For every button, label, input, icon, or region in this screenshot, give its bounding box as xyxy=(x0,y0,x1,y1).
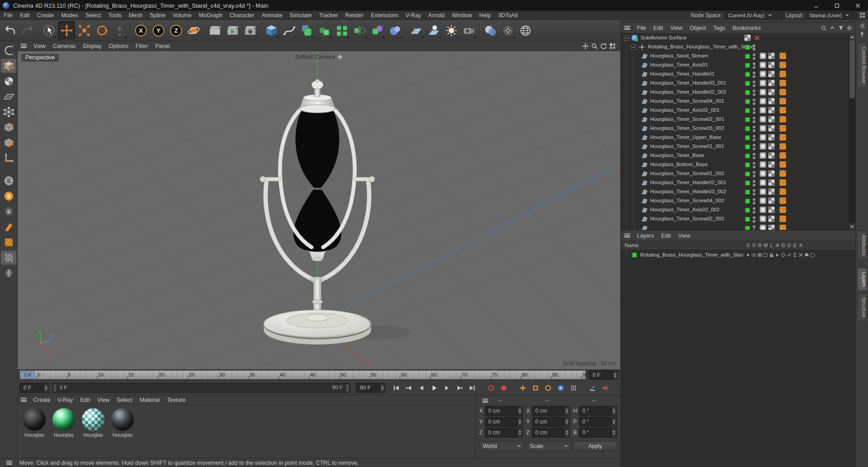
camera-label[interactable]: Default Camera xyxy=(295,54,343,60)
selection-tag-icon[interactable] xyxy=(779,224,786,230)
phong-tag-icon[interactable] xyxy=(760,197,766,204)
uvw-tag-icon[interactable] xyxy=(768,52,775,59)
scrollbar-thumb[interactable] xyxy=(849,40,855,98)
dock-tab-attributes[interactable]: Attributes xyxy=(857,231,867,260)
spinner-arrows[interactable] xyxy=(517,406,523,415)
layer-enabled-toggle[interactable] xyxy=(745,208,750,213)
render-view-button[interactable] xyxy=(206,21,223,39)
layer-toggle-l[interactable] xyxy=(769,252,774,258)
dock-tab-structure[interactable]: Structure xyxy=(857,293,867,322)
layer-enabled-toggle[interactable] xyxy=(745,108,750,113)
layer-row[interactable]: Rotating_Brass_Hourglass_Timer_with_Stan… xyxy=(621,250,855,259)
phong-tag-icon[interactable] xyxy=(760,71,766,77)
layer-manager-menu-view[interactable]: View xyxy=(675,231,694,240)
recent-tool-button[interactable] xyxy=(111,21,128,39)
spinner-arrows[interactable] xyxy=(43,383,49,392)
layer-manager-menu-layers[interactable]: Layers xyxy=(633,231,658,240)
layer-toggle-s[interactable] xyxy=(745,252,751,258)
spinner-arrows[interactable] xyxy=(611,428,617,437)
size-x-field[interactable]: 0 cm xyxy=(532,406,570,416)
playhead[interactable]: 0 F xyxy=(21,371,35,379)
layer-enabled-toggle[interactable] xyxy=(745,162,750,167)
uvw-tag-icon[interactable] xyxy=(768,134,775,141)
selection-tag-icon[interactable] xyxy=(779,116,786,123)
snapping-button[interactable] xyxy=(1,220,16,234)
object-row-hourglass-timer-handle03-002[interactable]: Hourglass_Timer_Handle03_002 xyxy=(621,187,849,196)
layer-enabled-toggle[interactable] xyxy=(745,126,750,131)
uvw-tag-icon[interactable] xyxy=(768,71,775,77)
layer-toggle-r[interactable] xyxy=(757,252,763,258)
layer-toggle-a[interactable] xyxy=(774,252,780,258)
object-manager-menu-bookmarks[interactable]: Bookmarks xyxy=(729,24,764,33)
points-mode-button[interactable] xyxy=(1,105,16,119)
go-to-start-button[interactable] xyxy=(390,382,402,393)
menu-simulate[interactable]: Simulate xyxy=(286,11,316,20)
layer-enabled-toggle[interactable] xyxy=(745,144,750,149)
visibility-dots[interactable] xyxy=(753,162,755,168)
instance-button[interactable] xyxy=(316,21,333,39)
phong-tag-icon[interactable] xyxy=(760,179,766,186)
material-item[interactable]: Hourglas xyxy=(80,408,106,438)
status-menu-icon[interactable] xyxy=(6,461,12,465)
layer-color-swatch[interactable] xyxy=(632,253,637,257)
modeling-settings-button[interactable] xyxy=(1,266,16,280)
menu-mograph[interactable]: MoGraph xyxy=(195,11,226,20)
layer-enabled-toggle[interactable] xyxy=(745,90,750,95)
visibility-dots[interactable] xyxy=(753,62,755,69)
collapse-icon[interactable] xyxy=(829,25,835,31)
snap-settings-button[interactable] xyxy=(1,235,16,249)
visibility-dots[interactable] xyxy=(753,53,755,60)
selection-tag-icon[interactable] xyxy=(779,179,786,186)
primitive-cube-button[interactable] xyxy=(263,21,280,39)
size-mode-select[interactable]: Scale xyxy=(526,441,571,451)
spinner-arrows[interactable] xyxy=(379,383,385,392)
visibility-dots[interactable] xyxy=(753,90,755,96)
phong-tag-icon[interactable] xyxy=(760,89,766,95)
go-to-next-key-button[interactable] xyxy=(453,382,465,393)
phong-tag-icon[interactable] xyxy=(760,52,766,59)
layer-enabled-toggle[interactable] xyxy=(745,153,750,158)
scale-button[interactable] xyxy=(75,21,93,39)
symmetry-button[interactable] xyxy=(351,21,368,39)
metaball-button[interactable] xyxy=(368,21,386,39)
viewport-menu-filter[interactable]: Filter xyxy=(132,42,152,51)
camera-button[interactable] xyxy=(460,21,477,39)
layer-enabled-toggle[interactable] xyxy=(745,117,750,122)
material-menu-view[interactable]: View xyxy=(94,396,113,405)
play-forwards-button[interactable] xyxy=(428,382,440,393)
phong-tag-icon[interactable] xyxy=(760,125,766,132)
object-row-hourglass-timer-axis02-001[interactable]: Hourglass_Timer_Axis02_001 xyxy=(621,106,849,115)
selection-tag-icon[interactable] xyxy=(779,80,786,86)
apply-button[interactable]: Apply xyxy=(573,441,617,451)
x-axis-lock-button[interactable]: X xyxy=(132,21,149,39)
menu-file[interactable]: File xyxy=(0,11,16,20)
layer-enabled-toggle[interactable] xyxy=(745,199,750,204)
layer-toggle-g[interactable] xyxy=(780,252,786,258)
spinner-arrows[interactable] xyxy=(564,428,570,437)
selection-tag-icon[interactable] xyxy=(779,143,786,150)
object-row-hourglass-timer-handle03-001[interactable]: Hourglass_Timer_Handle03_001 xyxy=(621,79,849,88)
rotation-b-field[interactable]: 0 ° xyxy=(579,428,617,438)
close-button[interactable] xyxy=(847,0,868,11)
uvw-tag-icon[interactable] xyxy=(768,89,775,95)
selection-tag-icon[interactable] xyxy=(779,62,786,68)
menu-edit[interactable]: Edit xyxy=(16,11,33,20)
enable-axis-button[interactable] xyxy=(1,151,16,165)
object-row-hourglass-timer-screw04-001[interactable]: Hourglass_Timer_Screw04_001 xyxy=(621,97,849,106)
selection-tag-icon[interactable] xyxy=(779,188,786,195)
uvw-tag-icon[interactable] xyxy=(768,224,775,230)
material-menu-create[interactable]: Create xyxy=(30,396,54,405)
layer-manager-panel-menu-icon[interactable] xyxy=(624,234,630,238)
rotate-view-icon[interactable] xyxy=(600,43,607,49)
z-axis-lock-button[interactable]: Z xyxy=(167,21,184,39)
visibility-dots[interactable] xyxy=(753,198,755,205)
layer-enabled-toggle[interactable] xyxy=(745,190,750,195)
menu-extensions[interactable]: Extensions xyxy=(367,11,402,20)
layer-toggle-d[interactable] xyxy=(786,252,792,258)
uvw-tag-icon[interactable] xyxy=(768,98,775,105)
phong-tag-icon[interactable] xyxy=(760,143,766,150)
phong-tag-icon[interactable] xyxy=(760,161,766,168)
selection-tag-icon[interactable] xyxy=(779,125,786,132)
object-row-hourglass-timer-screw03-002[interactable]: Hourglass_Timer_Screw03_002 xyxy=(621,124,849,133)
layer-extra-icon-11[interactable] xyxy=(810,252,816,258)
